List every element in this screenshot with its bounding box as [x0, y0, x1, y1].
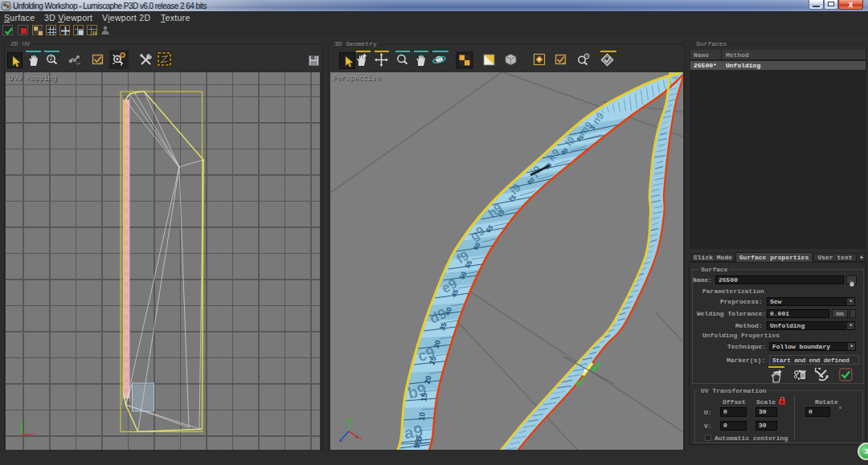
svg-text:x: x: [359, 435, 362, 440]
svg-text:2: 2: [50, 55, 53, 61]
svg-text:15: 15: [419, 392, 428, 402]
svg-text:10: 10: [417, 411, 427, 422]
svg-text:10: 10: [92, 31, 96, 35]
svg-text:u: u: [33, 431, 36, 437]
svg-text:y: y: [350, 415, 353, 420]
